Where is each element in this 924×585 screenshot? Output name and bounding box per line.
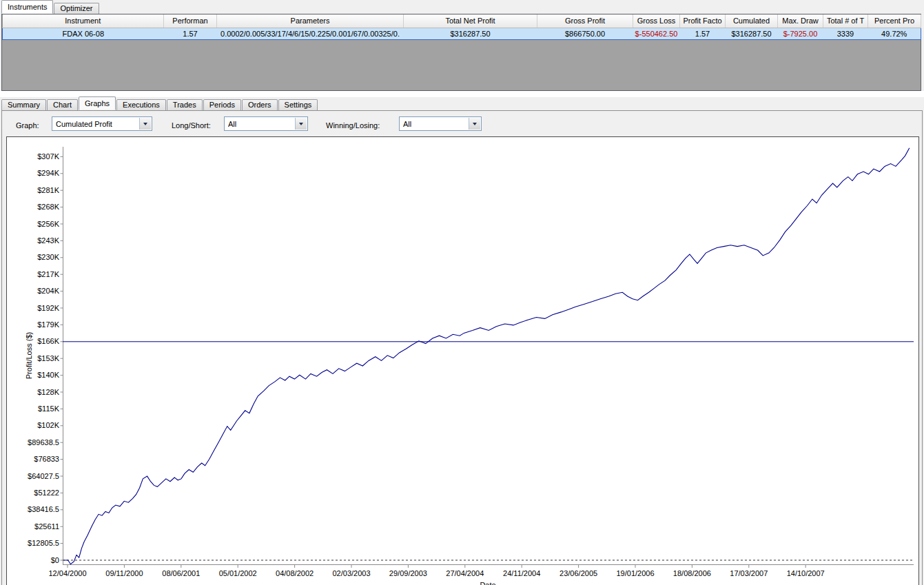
svg-text:Date: Date [480, 581, 495, 585]
instruments-table: InstrumentPerformanParametersTotal Net P… [2, 14, 921, 40]
backtest-window: { "top_tabs": [ { "label": "Instruments"… [0, 0, 924, 585]
cell-total-net-profit: $316287.50 [404, 28, 537, 39]
svg-text:29/09/2003: 29/09/2003 [389, 569, 427, 577]
column-header-total-net-profit[interactable]: Total Net Profit [404, 14, 537, 28]
svg-text:$38416.5: $38416.5 [28, 505, 59, 513]
svg-text:$140K: $140K [37, 371, 59, 379]
tab-orders[interactable]: Orders [242, 99, 278, 110]
svg-text:$128K: $128K [37, 388, 59, 396]
svg-text:19/01/2006: 19/01/2006 [616, 569, 654, 577]
view-tabstrip: SummaryChartGraphsExecutionsTradesPeriod… [1, 97, 318, 110]
svg-text:$0: $0 [51, 556, 59, 564]
svg-text:17/03/2007: 17/03/2007 [730, 569, 768, 577]
column-header-gross-profit[interactable]: Gross Profit [537, 14, 633, 28]
cell-profit-facto: 1.57 [680, 28, 726, 39]
svg-text:$179K: $179K [37, 320, 59, 329]
winning-losing-select-value: All [403, 120, 411, 128]
tab-summary[interactable]: Summary [1, 99, 46, 110]
svg-text:24/11/2004: 24/11/2004 [503, 569, 540, 577]
svg-text:27/04/2004: 27/04/2004 [446, 569, 484, 577]
cell-max-draw: $-7925.00 [778, 28, 823, 39]
svg-text:$281K: $281K [37, 186, 59, 194]
graph-select-value: Cumulated Profit [56, 120, 112, 128]
tab-graphs[interactable]: Graphs [79, 96, 116, 110]
chevron-down-icon [473, 123, 477, 125]
svg-text:$192K: $192K [37, 304, 59, 312]
column-header-instrument[interactable]: Instrument [3, 14, 164, 28]
instruments-grid-panel: InstrumentPerformanParametersTotal Net P… [1, 14, 921, 91]
long-short-select[interactable]: All [224, 116, 308, 131]
cell-cumulated: $316287.50 [726, 28, 778, 39]
tab-periods[interactable]: Periods [203, 99, 241, 110]
svg-text:04/08/2002: 04/08/2002 [276, 569, 314, 577]
cell-performan: 1.57 [164, 28, 217, 39]
svg-text:$243K: $243K [37, 236, 59, 245]
column-header-percent-pro[interactable]: Percent Pro [868, 14, 921, 28]
long-short-select-value: All [228, 120, 236, 128]
column-header-cumulated[interactable]: Cumulated [726, 14, 778, 28]
svg-text:23/06/2005: 23/06/2005 [559, 569, 597, 577]
column-header-max-draw[interactable]: Max. Draw [778, 14, 823, 28]
tab-instruments[interactable]: Instruments [1, 0, 53, 14]
tab-executions[interactable]: Executions [116, 99, 166, 110]
panel-divider [0, 91, 924, 97]
svg-text:08/06/2001: 08/06/2001 [162, 569, 200, 577]
svg-text:09/11/2000: 09/11/2000 [105, 569, 143, 577]
svg-text:$76833: $76833 [34, 455, 59, 463]
winning-losing-dropdown-button[interactable] [469, 118, 480, 130]
svg-text:$204K: $204K [37, 287, 59, 295]
cell-percent-pro: 49.72% [868, 28, 921, 39]
svg-text:$294K: $294K [37, 169, 59, 177]
cumulated-profit-chart-panel: $0$12805.5$25611$38416.5$51222$64027.5$7… [6, 136, 919, 585]
chevron-down-icon [143, 123, 147, 125]
cell-gross-profit: $866750.00 [537, 28, 633, 39]
tab-trades[interactable]: Trades [167, 99, 203, 110]
top-tabstrip: InstrumentsOptimizer [1, 1, 100, 14]
cell-parameters: 0.0002/0.005/33/17/4/6/15/0.225/0.001/67… [217, 28, 404, 39]
column-header-total-of-t[interactable]: Total # of T [823, 14, 868, 28]
svg-text:$307K: $307K [37, 152, 59, 161]
instrument-row[interactable]: FDAX 06-081.570.0002/0.005/33/17/4/6/15/… [3, 28, 921, 39]
graph-select[interactable]: Cumulated Profit [52, 116, 152, 131]
svg-text:$89638.5: $89638.5 [28, 438, 59, 447]
profit-chart: $0$12805.5$25611$38416.5$51222$64027.5$7… [7, 137, 918, 585]
svg-text:$115K: $115K [38, 404, 60, 413]
svg-text:$102K: $102K [37, 421, 59, 429]
cell-instrument: FDAX 06-08 [3, 28, 164, 39]
tab-settings[interactable]: Settings [278, 99, 318, 110]
graph-label: Graph: [16, 119, 39, 133]
svg-text:18/08/2006: 18/08/2006 [673, 569, 711, 577]
svg-text:$268K: $268K [37, 203, 59, 211]
svg-text:Profit/Loss ($): Profit/Loss ($) [25, 332, 33, 379]
svg-text:$51222: $51222 [34, 489, 59, 497]
svg-text:$25611: $25611 [34, 522, 59, 531]
svg-text:14/10/2007: 14/10/2007 [787, 569, 825, 577]
cell-gross-loss: $-550462.50 [633, 28, 680, 39]
long-short-dropdown-button[interactable] [295, 118, 307, 130]
svg-text:$153K: $153K [37, 354, 59, 362]
graph-select-dropdown-button[interactable] [139, 118, 151, 130]
tab-optimizer[interactable]: Optimizer [54, 3, 99, 14]
svg-text:02/03/2003: 02/03/2003 [332, 569, 370, 577]
svg-text:05/01/2002: 05/01/2002 [219, 569, 257, 577]
column-header-parameters[interactable]: Parameters [217, 14, 404, 28]
svg-text:12/04/2000: 12/04/2000 [48, 569, 86, 577]
winning-losing-label: Winning/Losing: [326, 119, 380, 133]
column-header-profit-facto[interactable]: Profit Facto [680, 14, 726, 28]
chevron-down-icon [299, 123, 303, 125]
svg-text:$256K: $256K [37, 220, 59, 228]
column-header-performan[interactable]: Performan [164, 14, 217, 28]
winning-losing-select[interactable]: All [399, 116, 482, 131]
column-header-gross-loss[interactable]: Gross Loss [633, 14, 680, 28]
long-short-label: Long/Short: [172, 119, 211, 133]
svg-text:$230K: $230K [37, 253, 59, 261]
svg-text:$166K: $166K [37, 337, 59, 345]
svg-text:$64027.5: $64027.5 [28, 472, 59, 480]
cell-total-of-t: 3339 [823, 28, 868, 39]
svg-text:$12805.5: $12805.5 [28, 539, 59, 547]
svg-text:$217K: $217K [37, 270, 59, 278]
tab-chart[interactable]: Chart [47, 99, 78, 110]
graphs-tab-page: Graph: Cumulated Profit Long/Short: All … [1, 110, 923, 585]
